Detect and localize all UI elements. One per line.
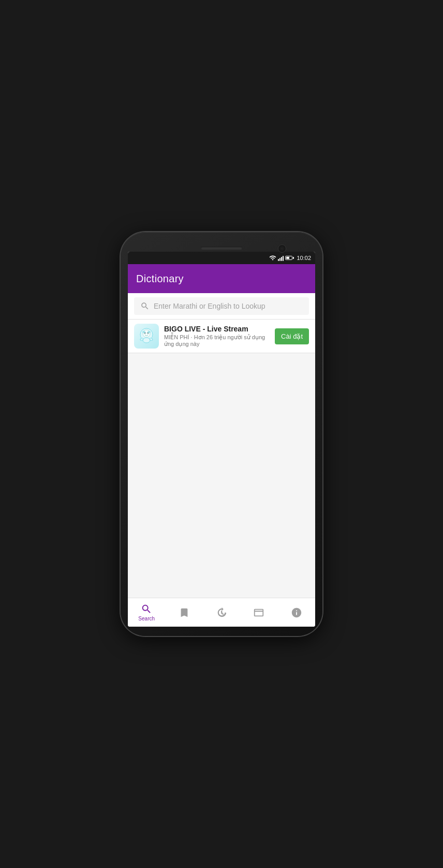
status-bar: 10:02 — [128, 252, 315, 264]
search-nav-label: Search — [138, 616, 155, 621]
svg-point-7 — [147, 331, 151, 333]
ad-logo — [134, 324, 159, 349]
battery-icon — [285, 256, 294, 260]
nav-bookmark[interactable] — [165, 598, 202, 627]
search-icon — [140, 301, 150, 311]
ad-banner: BIGO LIVE - Live Stream MIỄN PHÍ · Hơn 2… — [128, 320, 315, 353]
search-nav-icon — [141, 603, 152, 615]
phone-device: 10:02 Dictionary Enter Marathi or Englis… — [121, 232, 322, 636]
ad-subtitle: MIỄN PHÍ · Hơn 26 triệu người sử dụng ứn… — [164, 334, 270, 348]
ad-logo-image — [137, 326, 156, 346]
nav-search[interactable]: Search — [128, 598, 165, 627]
ad-info: BIGO LIVE - Live Stream MIỄN PHÍ · Hơn 2… — [164, 325, 270, 348]
ad-title: BIGO LIVE - Live Stream — [164, 325, 270, 333]
search-box[interactable]: Enter Marathi or English to Lookup — [134, 297, 309, 315]
status-time: 10:02 — [297, 255, 311, 261]
bottom-nav: Search — [128, 598, 315, 627]
ad-install-button[interactable]: Cài đặt — [275, 328, 309, 344]
svg-point-6 — [142, 331, 145, 333]
nav-card[interactable] — [240, 598, 277, 627]
card-nav-icon — [253, 607, 264, 618]
info-nav-icon — [291, 607, 302, 618]
search-placeholder: Enter Marathi or English to Lookup — [154, 302, 265, 310]
wifi-icon — [269, 254, 276, 262]
svg-point-8 — [143, 338, 150, 343]
nav-history[interactable] — [203, 598, 240, 627]
history-nav-icon — [216, 607, 227, 618]
phone-screen: 10:02 Dictionary Enter Marathi or Englis… — [128, 252, 315, 627]
signal-icon — [278, 255, 284, 261]
app-bar: Dictionary — [128, 264, 315, 293]
search-container: Enter Marathi or English to Lookup — [128, 293, 315, 320]
nav-info[interactable] — [278, 598, 315, 627]
status-icons: 10:02 — [269, 254, 311, 262]
bookmark-nav-icon — [179, 607, 190, 618]
app-title: Dictionary — [136, 273, 184, 285]
main-content — [128, 353, 315, 598]
